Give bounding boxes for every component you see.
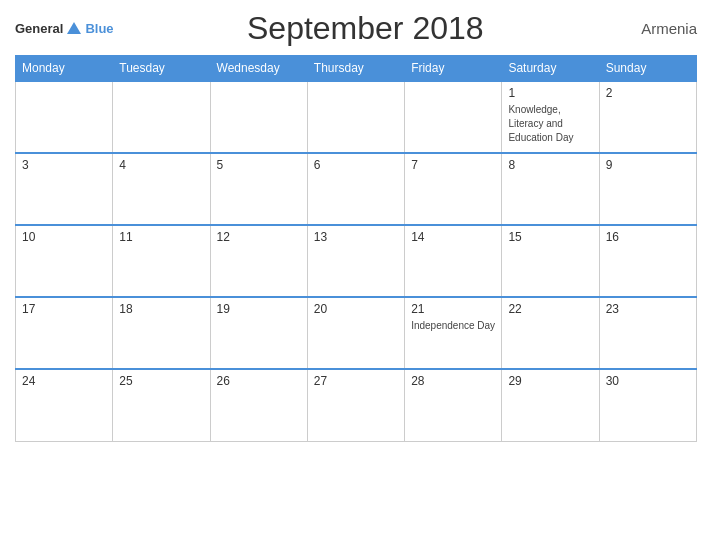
table-row: 29 [502,369,599,441]
table-row: 13 [307,225,404,297]
col-thursday: Thursday [307,56,404,82]
table-row: 15 [502,225,599,297]
event-label: Knowledge, Literacy and Education Day [508,104,573,143]
day-number: 21 [411,302,495,316]
table-row: 12 [210,225,307,297]
table-row: 18 [113,297,210,369]
col-wednesday: Wednesday [210,56,307,82]
table-row [16,81,113,153]
table-row: 19 [210,297,307,369]
table-row: 26 [210,369,307,441]
day-number: 17 [22,302,106,316]
col-friday: Friday [405,56,502,82]
event-label: Independence Day [411,320,495,331]
table-row: 27 [307,369,404,441]
col-tuesday: Tuesday [113,56,210,82]
day-number: 26 [217,374,301,388]
logo: General Blue [15,20,114,38]
table-row: 10 [16,225,113,297]
logo-general-text: General [15,21,63,36]
table-row: 14 [405,225,502,297]
day-number: 25 [119,374,203,388]
day-number: 15 [508,230,592,244]
day-number: 30 [606,374,690,388]
day-number: 6 [314,158,398,172]
day-number: 20 [314,302,398,316]
logo-blue-text: Blue [85,21,113,36]
day-number: 8 [508,158,592,172]
day-number: 2 [606,86,690,100]
country-label: Armenia [617,20,697,37]
day-number: 7 [411,158,495,172]
calendar-week-3: 1718192021Independence Day2223 [16,297,697,369]
col-monday: Monday [16,56,113,82]
table-row: 16 [599,225,696,297]
calendar-week-4: 24252627282930 [16,369,697,441]
table-row: 24 [16,369,113,441]
day-number: 3 [22,158,106,172]
calendar-container: General Blue September 2018 Armenia Mond… [0,0,712,550]
day-number: 24 [22,374,106,388]
calendar-week-0: 1Knowledge, Literacy and Education Day2 [16,81,697,153]
header-row: Monday Tuesday Wednesday Thursday Friday… [16,56,697,82]
header: General Blue September 2018 Armenia [15,10,697,47]
table-row [307,81,404,153]
table-row: 28 [405,369,502,441]
table-row: 4 [113,153,210,225]
day-number: 23 [606,302,690,316]
table-row: 6 [307,153,404,225]
table-row: 11 [113,225,210,297]
day-number: 13 [314,230,398,244]
table-row [210,81,307,153]
table-row: 8 [502,153,599,225]
table-row: 9 [599,153,696,225]
table-row: 21Independence Day [405,297,502,369]
table-row: 1Knowledge, Literacy and Education Day [502,81,599,153]
calendar-table: Monday Tuesday Wednesday Thursday Friday… [15,55,697,442]
table-row: 5 [210,153,307,225]
table-row: 30 [599,369,696,441]
calendar-title: September 2018 [114,10,617,47]
table-row: 23 [599,297,696,369]
table-row [405,81,502,153]
day-number: 28 [411,374,495,388]
table-row [113,81,210,153]
day-number: 18 [119,302,203,316]
calendar-week-2: 10111213141516 [16,225,697,297]
day-number: 16 [606,230,690,244]
day-number: 1 [508,86,592,100]
calendar-week-1: 3456789 [16,153,697,225]
table-row: 3 [16,153,113,225]
col-sunday: Sunday [599,56,696,82]
day-number: 5 [217,158,301,172]
table-row: 2 [599,81,696,153]
logo-icon [65,20,83,38]
svg-marker-0 [67,22,81,34]
day-number: 10 [22,230,106,244]
day-number: 19 [217,302,301,316]
table-row: 20 [307,297,404,369]
day-number: 27 [314,374,398,388]
day-number: 14 [411,230,495,244]
table-row: 7 [405,153,502,225]
day-number: 29 [508,374,592,388]
table-row: 17 [16,297,113,369]
table-row: 25 [113,369,210,441]
day-number: 22 [508,302,592,316]
day-number: 9 [606,158,690,172]
day-number: 4 [119,158,203,172]
table-row: 22 [502,297,599,369]
day-number: 12 [217,230,301,244]
col-saturday: Saturday [502,56,599,82]
day-number: 11 [119,230,203,244]
